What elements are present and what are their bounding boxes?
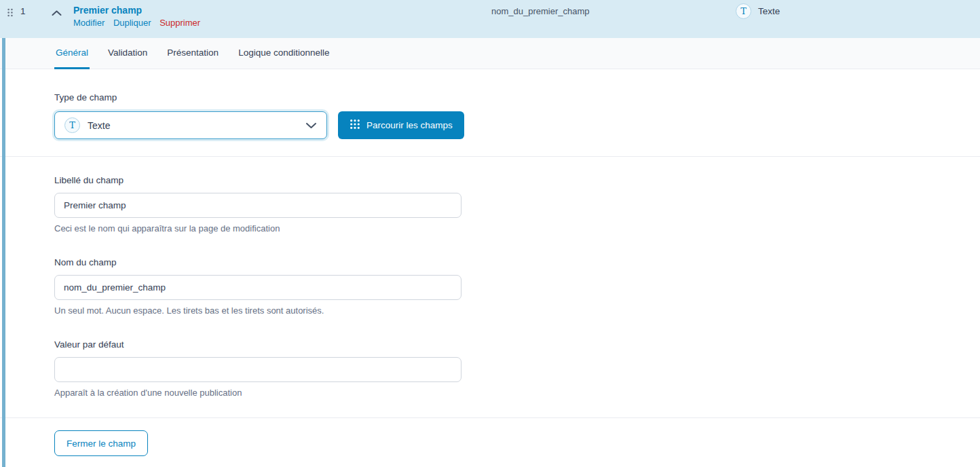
- field-type-label: Texte: [758, 6, 780, 16]
- collapse-chevron-up-icon[interactable]: [52, 7, 62, 19]
- browse-fields-button[interactable]: Parcourir les champs: [338, 111, 464, 139]
- default-value-setting: Valeur par défaut Apparaît à la création…: [54, 339, 980, 398]
- field-actions: Modifier Dupliquer Supprimer: [73, 18, 206, 28]
- chevron-down-icon: [305, 119, 317, 132]
- field-name-hint: Un seul mot. Aucun espace. Les tirets ba…: [54, 305, 980, 316]
- tab-presentation[interactable]: Présentation: [166, 38, 220, 69]
- field-type-setting-label: Type de champ: [54, 92, 980, 102]
- grid-dots-icon: [350, 119, 360, 132]
- default-value-input[interactable]: [54, 357, 461, 382]
- field-name-column: nom_du_premier_champ: [491, 6, 590, 16]
- field-name-input[interactable]: [54, 275, 461, 300]
- default-value-setting-label: Valeur par défaut: [54, 339, 980, 350]
- close-field-button[interactable]: Fermer le champ: [54, 430, 148, 456]
- field-type-select[interactable]: T Texte: [54, 111, 327, 139]
- field-type-section: Type de champ T Texte: [0, 69, 980, 157]
- settings-tab-bar: Général Validation Présentation Logique …: [0, 38, 980, 69]
- duplicate-link[interactable]: Dupliquer: [113, 18, 151, 28]
- field-label-setting: Libellé du champ Ceci est le nom qui app…: [54, 175, 980, 234]
- field-order-number: 1: [20, 6, 26, 16]
- field-settings-section: Libellé du champ Ceci est le nom qui app…: [0, 157, 980, 418]
- delete-link[interactable]: Supprimer: [159, 18, 200, 28]
- edit-link[interactable]: Modifier: [73, 18, 105, 28]
- tab-conditional-logic[interactable]: Logique conditionnelle: [237, 38, 331, 69]
- field-label-input[interactable]: [54, 193, 461, 218]
- field-settings-panel: 1 Premier champ Modifier Dupliquer Suppr…: [0, 0, 980, 467]
- default-value-hint: Apparaît à la création d'une nouvelle pu…: [54, 388, 980, 398]
- field-name-setting-label: Nom du champ: [54, 257, 980, 267]
- panel-footer: Fermer le champ: [0, 418, 980, 456]
- drag-handle-icon[interactable]: [6, 7, 14, 20]
- field-type-column: T Texte: [736, 3, 780, 19]
- field-title-link[interactable]: Premier champ: [73, 5, 206, 16]
- text-type-icon: T: [64, 117, 80, 133]
- field-row-header: 1 Premier champ Modifier Dupliquer Suppr…: [0, 0, 980, 38]
- open-field-accent-bar: [2, 38, 5, 467]
- tab-validation[interactable]: Validation: [107, 38, 149, 69]
- text-type-icon: T: [736, 3, 751, 19]
- field-title-block: Premier champ Modifier Dupliquer Supprim…: [73, 5, 206, 28]
- field-name-setting: Nom du champ Un seul mot. Aucun espace. …: [54, 257, 980, 316]
- tab-general[interactable]: Général: [54, 38, 90, 69]
- field-type-selected-value: Texte: [88, 120, 305, 131]
- browse-fields-button-label: Parcourir les champs: [366, 120, 453, 130]
- field-label-hint: Ceci est le nom qui apparaîtra sur la pa…: [54, 223, 980, 234]
- field-label-setting-label: Libellé du champ: [54, 175, 980, 185]
